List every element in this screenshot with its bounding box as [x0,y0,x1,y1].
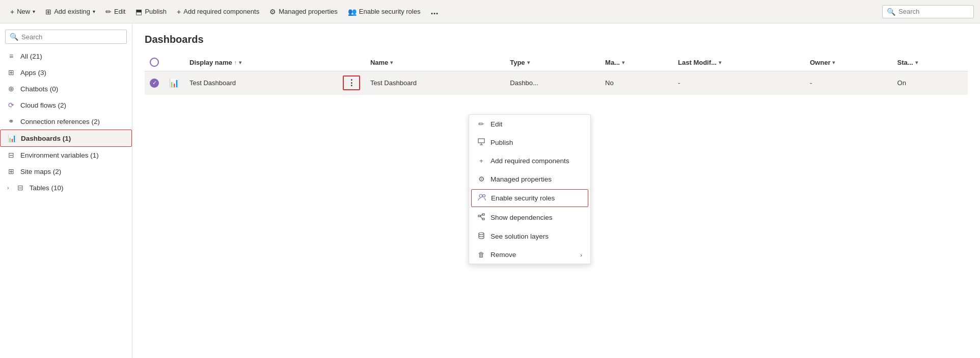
context-menu: ✏ Edit Publish + Add required components… [469,114,591,264]
th-status[interactable]: Sta... ▾ [892,54,968,71]
ctx-managed-props-icon: ⚙ [477,175,485,183]
sidebar-item-tables-label: Tables (10) [30,184,64,192]
th-managed[interactable]: Ma... ▾ [600,54,673,71]
ctx-see-layers[interactable]: See solution layers [469,227,590,246]
sidebar-item-connection-refs-label: Connection references (2) [20,118,100,125]
ctx-edit-icon: ✏ [477,120,485,128]
th-managed-label: Ma... [605,59,620,66]
toolbar-search-icon: 🔍 [887,8,895,16]
svg-point-10 [479,233,484,235]
sidebar-item-site-maps[interactable]: ⊞ Site maps (2) [0,163,132,180]
th-name[interactable]: Name ▾ [365,54,505,71]
sidebar-item-chatbots[interactable]: ⊕ Chatbots (0) [0,81,132,97]
row-more-actions-button[interactable]: ⋮ [343,75,360,90]
new-button[interactable]: + New ▾ [6,5,39,18]
ctx-edit[interactable]: ✏ Edit [469,115,590,133]
sidebar-item-apps[interactable]: ⊞ Apps (3) [0,64,132,81]
ctx-see-layers-icon [477,232,485,241]
sidebar-search-icon: 🔍 [10,33,18,41]
type-sort-dropdown-icon[interactable]: ▾ [527,60,530,65]
ctx-add-required[interactable]: + Add required components [469,152,590,170]
edit-icon: ✏ [105,8,112,16]
more-label: ... [430,6,438,17]
new-label: New [17,8,30,15]
name-sort-dropdown-icon[interactable]: ▾ [390,60,393,65]
th-icon [164,54,184,71]
row-type-icon: 📊 [164,71,184,95]
data-table: Display name ↑ ▾ Name ▾ [145,54,968,95]
cloud-flows-icon: ⟳ [7,101,15,109]
ctx-remove[interactable]: 🗑 Remove › [469,246,590,264]
owner-sort-dropdown-icon[interactable]: ▾ [832,60,835,65]
ctx-enable-security-label: Enable security roles [491,194,555,202]
ctx-enable-security[interactable]: Enable security roles [471,189,588,207]
sort-asc-icon: ↑ [234,60,237,65]
sidebar-search-container: 🔍 [5,30,127,44]
publish-button[interactable]: ⬒ Publish [131,5,171,18]
sidebar-item-connection-refs[interactable]: ⚭ Connection references (2) [0,113,132,130]
ctx-publish-label: Publish [491,139,513,146]
managed-properties-button[interactable]: ⚙ Managed properties [265,5,342,18]
th-check [145,54,164,71]
ctx-show-deps[interactable]: Show dependencies [469,208,590,227]
sidebar-item-env-variables[interactable]: ⊟ Environment variables (1) [0,147,132,163]
th-last-modified[interactable]: Last Modif... ▾ [673,54,805,71]
add-existing-label: Add existing [54,8,90,15]
add-existing-button[interactable]: ⊞ Add existing ▾ [41,5,99,18]
sidebar-item-tables[interactable]: › ⊟ Tables (10) [0,180,132,196]
ctx-enable-security-icon [478,194,486,202]
sidebar-item-all-label: All (21) [20,53,42,60]
table-row[interactable]: ✓ 📊 Test Dashboard ⋮ Test Dashboard Dash… [145,71,968,95]
sidebar-item-chatbots-label: Chatbots (0) [20,85,58,93]
sort-dropdown-icon[interactable]: ▾ [239,60,241,65]
row-managed: No [600,71,673,95]
row-name: Test Dashboard [365,71,505,95]
ctx-managed-props-label: Managed properties [491,175,552,183]
ctx-add-required-label: Add required components [491,157,569,165]
sidebar-item-dashboards-label: Dashboards (1) [21,135,71,142]
row-checkbox-selected[interactable]: ✓ [150,79,159,88]
sidebar-item-cloud-flows[interactable]: ⟳ Cloud flows (2) [0,97,132,113]
enable-security-button[interactable]: 👥 Enable security roles [344,5,425,18]
th-display-name-label: Display name [189,59,232,66]
ctx-remove-label: Remove [491,251,516,259]
row-status: On [892,71,968,95]
add-existing-chevron-icon: ▾ [93,9,95,14]
add-required-button[interactable]: + Add required components [173,5,263,18]
th-name-label: Name [370,59,388,66]
sidebar-search-input[interactable] [21,33,122,41]
toolbar-search-input[interactable] [899,8,969,15]
toolbar: + New ▾ ⊞ Add existing ▾ ✏ Edit ⬒ Publis… [0,0,980,23]
th-type[interactable]: Type ▾ [505,54,600,71]
ctx-publish[interactable]: Publish [469,133,590,152]
th-display-name[interactable]: Display name ↑ ▾ [184,54,338,71]
select-all-checkbox[interactable] [150,58,159,67]
new-chevron-icon: ▾ [33,9,35,14]
th-owner[interactable]: Owner ▾ [805,54,892,71]
th-status-label: Sta... [897,59,913,66]
svg-point-4 [483,195,485,197]
connection-refs-icon: ⚭ [7,117,15,125]
chatbots-icon: ⊕ [7,85,15,93]
more-button[interactable]: ... [426,4,442,19]
status-sort-dropdown-icon[interactable]: ▾ [915,60,918,65]
apps-icon: ⊞ [7,68,15,76]
content-area: Dashboards Display name ↑ ▾ [132,23,980,358]
row-display-name: Test Dashboard [184,71,338,95]
ctx-remove-icon: 🗑 [477,251,485,259]
add-existing-icon: ⊞ [45,8,51,16]
managed-sort-dropdown-icon[interactable]: ▾ [622,60,624,65]
sidebar-item-all[interactable]: ≡ All (21) [0,48,132,64]
publish-label: Publish [145,8,167,15]
svg-rect-7 [482,218,484,220]
row-last-modified: - [673,71,805,95]
ctx-managed-props[interactable]: ⚙ Managed properties [469,170,590,188]
sidebar-item-dashboards[interactable]: 📊 Dashboards (1) [0,130,132,147]
edit-button[interactable]: ✏ Edit [101,5,129,18]
add-required-icon: + [177,8,181,16]
last-modified-sort-dropdown-icon[interactable]: ▾ [719,60,721,65]
plus-icon: + [10,8,14,16]
tables-expand-icon[interactable]: › [7,185,9,191]
managed-props-icon: ⚙ [269,8,276,16]
enable-security-icon: 👥 [348,8,357,16]
